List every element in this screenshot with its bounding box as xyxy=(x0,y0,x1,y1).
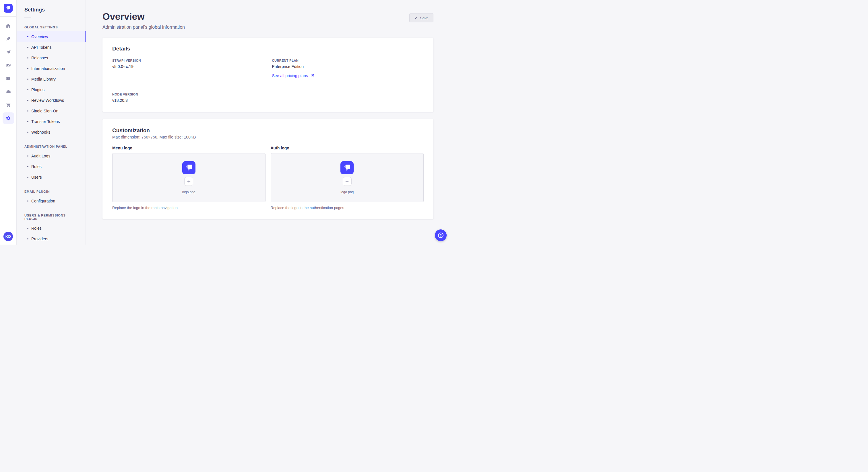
question-mark-icon: ? xyxy=(438,233,443,238)
save-button[interactable]: Save xyxy=(409,13,433,22)
sidebar-item-providers[interactable]: Providers xyxy=(17,233,86,244)
bullet-icon xyxy=(27,238,28,239)
nav-content-type-builder-button[interactable] xyxy=(3,46,14,58)
nav-media-library-button[interactable] xyxy=(3,60,14,71)
settings-subnav: Settings GLOBAL SETTINGS Overview API To… xyxy=(17,0,86,245)
sidebar-item-media-library[interactable]: Media Library xyxy=(17,74,86,84)
sidebar-item-internationalization[interactable]: Internationalization xyxy=(17,63,86,74)
check-icon xyxy=(414,16,417,20)
field-value: v18.20.3 xyxy=(112,98,264,103)
paper-plane-icon xyxy=(6,49,11,55)
details-grid: STRAPI VERSION v5.0.0-rc.19 CURRENT PLAN… xyxy=(112,59,424,103)
nav-home-button[interactable] xyxy=(3,20,14,32)
sidebar-item-label: Webhooks xyxy=(31,130,50,134)
pricing-plans-link-label: See all pricing plans xyxy=(272,73,308,78)
page-header: Overview Administration panel’s global i… xyxy=(102,11,433,30)
users-permissions-list: Roles Providers xyxy=(17,223,86,244)
field-label: NODE VERSION xyxy=(112,93,264,96)
details-card-title: Details xyxy=(112,45,424,52)
nav-layout-button[interactable] xyxy=(3,73,14,84)
bullet-icon xyxy=(27,57,28,59)
menu-logo-add-button[interactable] xyxy=(184,177,193,186)
sidebar-item-transfer-tokens[interactable]: Transfer Tokens xyxy=(17,116,86,127)
sidebar-item-review-workflows[interactable]: Review Workflows xyxy=(17,95,86,105)
bullet-icon xyxy=(27,228,28,229)
sidebar-item-audit-logs[interactable]: Audit Logs xyxy=(17,150,86,161)
global-settings-list: Overview API Tokens Releases Internation… xyxy=(17,31,86,137)
sidebar-item-plugins[interactable]: Plugins xyxy=(17,84,86,95)
field-label: STRAPI VERSION xyxy=(112,59,264,62)
sidebar-item-label: Providers xyxy=(31,237,48,241)
subnav-title: Settings xyxy=(17,7,86,13)
nav-content-manager-button[interactable] xyxy=(3,33,14,45)
save-button-label: Save xyxy=(420,16,429,20)
layout-icon xyxy=(6,76,11,81)
field-label: CURRENT PLAN xyxy=(272,59,424,62)
customization-card-title: Customization xyxy=(112,127,424,134)
strapi-logo-preview xyxy=(340,161,353,174)
home-icon xyxy=(6,23,11,28)
bullet-icon xyxy=(27,47,28,48)
sidebar-item-roles-admin[interactable]: Roles xyxy=(17,161,86,172)
help-button[interactable]: ? xyxy=(435,229,446,241)
email-plugin-list: Configuration xyxy=(17,196,86,206)
pictures-icon xyxy=(6,63,11,68)
sidebar-item-label: Transfer Tokens xyxy=(31,119,60,124)
rail-footer: KD xyxy=(0,228,17,245)
field-value: v5.0.0-rc.19 xyxy=(112,64,264,69)
auth-logo-dropzone[interactable]: logo.png xyxy=(271,153,424,202)
bullet-icon xyxy=(27,177,28,178)
bullet-icon xyxy=(27,110,28,111)
bullet-icon xyxy=(27,78,28,80)
strapi-logo-preview xyxy=(182,161,195,174)
nav-cloud-button[interactable] xyxy=(3,86,14,98)
auth-logo-label: Auth logo xyxy=(271,146,424,150)
page-subtitle: Administration panel’s global informatio… xyxy=(102,25,185,30)
auth-logo-add-button[interactable] xyxy=(343,177,352,186)
sidebar-item-label: Media Library xyxy=(31,77,56,81)
menu-logo-filename: logo.png xyxy=(182,190,195,194)
administration-panel-list: Audit Logs Roles Users xyxy=(17,150,86,182)
section-administration-panel: ADMINISTRATION PANEL xyxy=(17,145,86,148)
strapi-version-field: STRAPI VERSION v5.0.0-rc.19 xyxy=(112,59,264,78)
page-header-text: Overview Administration panel’s global i… xyxy=(102,11,185,30)
sidebar-item-releases[interactable]: Releases xyxy=(17,53,86,63)
sidebar-item-roles-up[interactable]: Roles xyxy=(17,223,86,233)
sidebar-item-label: Audit Logs xyxy=(31,154,50,158)
menu-logo-dropzone[interactable]: logo.png xyxy=(112,153,266,202)
auth-logo-filename: logo.png xyxy=(340,190,353,194)
plus-icon xyxy=(187,179,191,183)
sidebar-item-label: Roles xyxy=(31,226,42,231)
sidebar-item-single-sign-on[interactable]: Single Sign-On xyxy=(17,105,86,116)
sidebar-item-label: Configuration xyxy=(31,199,55,203)
sidebar-item-api-tokens[interactable]: API Tokens xyxy=(17,42,86,53)
sidebar-item-label: Overview xyxy=(31,34,48,39)
bullet-icon xyxy=(27,121,28,122)
customization-constraints: Max dimension: 750×750, Max file size: 1… xyxy=(112,135,424,139)
section-email-plugin: EMAIL PLUGIN xyxy=(17,190,86,193)
auth-logo-upload: Auth logo logo.png Replace the logo in t… xyxy=(271,146,424,210)
sidebar-item-overview[interactable]: Overview xyxy=(17,31,86,42)
main-content: Overview Administration panel’s global i… xyxy=(86,0,450,245)
main-nav-rail: KD xyxy=(0,0,17,245)
external-link-icon xyxy=(311,74,314,77)
strapi-logo-icon[interactable] xyxy=(4,4,12,12)
cloud-icon xyxy=(6,89,11,94)
sidebar-item-webhooks[interactable]: Webhooks xyxy=(17,127,86,137)
nav-settings-button[interactable] xyxy=(3,112,14,124)
bullet-icon xyxy=(27,132,28,133)
sidebar-item-users[interactable]: Users xyxy=(17,172,86,182)
sidebar-item-configuration[interactable]: Configuration xyxy=(17,196,86,206)
page-title: Overview xyxy=(102,11,185,22)
pricing-plans-link[interactable]: See all pricing plans xyxy=(272,73,314,78)
shopping-cart-icon xyxy=(6,102,11,107)
menu-logo-label: Menu logo xyxy=(112,146,266,150)
user-avatar[interactable]: KD xyxy=(3,232,13,241)
section-users-permissions-plugin: USERS & PERMISSIONS PLUGIN xyxy=(17,214,86,221)
section-global-settings: GLOBAL SETTINGS xyxy=(17,26,86,29)
nav-marketplace-button[interactable] xyxy=(3,99,14,111)
sidebar-item-label: Users xyxy=(31,175,42,179)
sidebar-item-label: Review Workflows xyxy=(31,98,64,103)
nav-icon-list xyxy=(3,16,14,124)
subnav-divider xyxy=(24,18,31,18)
